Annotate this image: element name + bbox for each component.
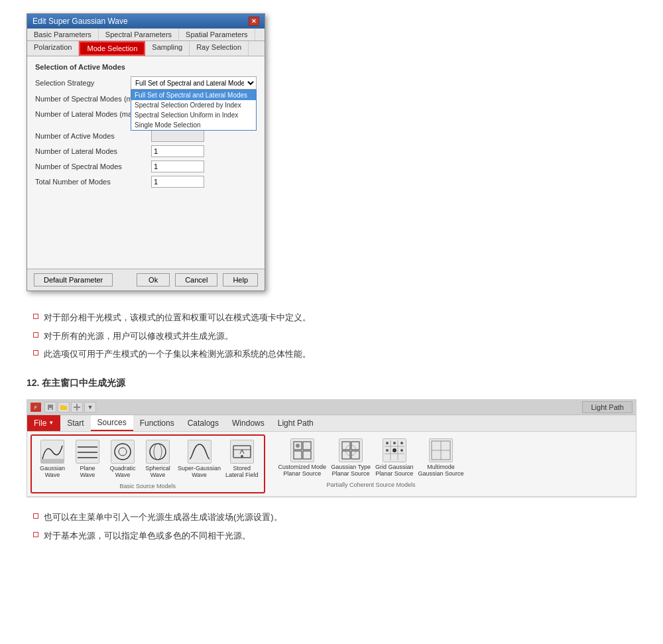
svg-point-44 bbox=[400, 442, 403, 444]
menu-sources[interactable]: Sources bbox=[91, 415, 133, 431]
multimode-gaussian-label: MultimodeGaussian Source bbox=[418, 464, 464, 478]
ribbon-bar: GaussianWave PlaneWave bbox=[27, 432, 636, 497]
quick-open-icon[interactable] bbox=[58, 402, 70, 413]
customized-mode-planar-button[interactable]: Customized ModePlanar Source bbox=[277, 437, 328, 480]
plane-wave-button[interactable]: PlaneWave bbox=[71, 438, 104, 481]
tab-sampling[interactable]: Sampling bbox=[145, 41, 190, 56]
customized-mode-planar-label: Customized ModePlanar Source bbox=[278, 464, 327, 478]
grid-gaussian-planar-button[interactable]: Grid GaussianPlanar Source bbox=[374, 437, 415, 480]
basic-source-models-label: Basic Source Models bbox=[120, 483, 176, 489]
tab-polarization[interactable]: Polarization bbox=[27, 41, 79, 56]
svg-point-42 bbox=[386, 442, 389, 444]
total-modes-input[interactable] bbox=[151, 176, 204, 188]
bullet-item-2: 此选项仅可用于产生模式的一个子集以来检测光源和系统的总体性能。 bbox=[33, 348, 636, 361]
dropdown-item-2[interactable]: Spectral Selection Uniform in Index bbox=[131, 110, 256, 120]
plane-wave-label: PlaneWave bbox=[80, 465, 95, 480]
svg-rect-25 bbox=[291, 439, 314, 462]
gaussian-wave-label: GaussianWave bbox=[40, 465, 65, 480]
tab-ray-selection[interactable]: Ray Selection bbox=[190, 41, 249, 56]
quick-settings-icon[interactable] bbox=[71, 402, 83, 413]
svg-point-45 bbox=[386, 449, 389, 452]
multimode-gaussian-button[interactable]: MultimodeGaussian Source bbox=[417, 437, 465, 480]
dialog-tabs-row1: Basic Parameters Spectral Parameters Spa… bbox=[27, 29, 265, 41]
default-parameter-button[interactable]: Default Parameter bbox=[34, 273, 113, 287]
section12-heading: 12. 在主窗口中生成光源 bbox=[27, 377, 636, 389]
help-button[interactable]: Help bbox=[223, 273, 258, 287]
active-modes-input[interactable] bbox=[151, 130, 204, 142]
quadratic-wave-button[interactable]: QuadraticWave bbox=[106, 438, 139, 481]
stored-lateral-field-button[interactable]: StoredLateral Field bbox=[224, 438, 260, 481]
dialog-title: Edit Super Gaussian Wave bbox=[32, 17, 128, 26]
ok-button[interactable]: Ok bbox=[137, 273, 170, 287]
dropdown-item-1[interactable]: Spectral Selection Ordered by Index bbox=[131, 100, 256, 110]
bullet-icon-1 bbox=[33, 332, 38, 338]
super-gaussian-wave-icon bbox=[188, 440, 211, 464]
dialog-close-button[interactable]: ✕ bbox=[249, 17, 259, 26]
bullet2-text-0: 也可以在主菜单中引入一个光源生成器生成谐波场(光源设置)。 bbox=[44, 511, 282, 524]
tab-spatial-parameters[interactable]: Spatial Parameters bbox=[179, 29, 255, 40]
ribbon-group-coherent: Customized ModePlanar Source bbox=[273, 434, 469, 494]
menu-windows[interactable]: Windows bbox=[225, 415, 271, 431]
svg-point-47 bbox=[400, 449, 403, 452]
menu-file-label: File bbox=[34, 419, 46, 428]
partially-coherent-label: Partially Coherent Source Models bbox=[327, 482, 416, 488]
dropdown-item-3[interactable]: Single Mode Selection bbox=[131, 120, 256, 130]
dropdown-item-0[interactable]: Full Set of Spectral and Lateral Modes bbox=[131, 90, 256, 100]
tab-basic-parameters[interactable]: Basic Parameters bbox=[27, 29, 99, 40]
spectral-modes-label: Number of Spectral Modes bbox=[35, 162, 151, 170]
edit-dialog: Edit Super Gaussian Wave ✕ Basic Paramet… bbox=[27, 13, 265, 291]
svg-rect-5 bbox=[60, 405, 64, 407]
bullet-text-1: 对于所有的光源，用户可以修改模式并生成光源。 bbox=[44, 330, 233, 343]
quadratic-wave-label: QuadraticWave bbox=[109, 465, 135, 480]
menu-functions[interactable]: Functions bbox=[133, 415, 181, 431]
customized-mode-planar-icon bbox=[290, 438, 314, 462]
menu-catalogs[interactable]: Catalogs bbox=[181, 415, 225, 431]
spectral-modes-input[interactable] bbox=[151, 161, 204, 172]
tab-mode-selection[interactable]: Mode Selection bbox=[79, 41, 145, 56]
lateral-modes-input[interactable] bbox=[151, 145, 204, 157]
bullet-section-1: 对于部分相干光模式，该模式的位置和权重可以在模式选项卡中定义。 对于所有的光源，… bbox=[27, 311, 636, 361]
bullet-icon-0 bbox=[33, 314, 38, 319]
menu-start[interactable]: Start bbox=[60, 415, 90, 431]
svg-rect-21 bbox=[231, 440, 253, 463]
selection-strategy-row: Selection Strategy Full Set of Spectral … bbox=[35, 76, 257, 90]
selection-strategy-label: Selection Strategy bbox=[35, 79, 131, 87]
svg-rect-20 bbox=[188, 440, 211, 463]
stored-lateral-field-icon bbox=[230, 440, 254, 464]
svg-rect-10 bbox=[76, 440, 99, 463]
grid-gaussian-planar-label: Grid GaussianPlanar Source bbox=[375, 464, 414, 478]
bullet2-text-1: 对于基本光源，可以指定单色或多色的不同相干光源。 bbox=[44, 529, 251, 543]
gaussian-type-planar-label: Gaussian TypePlanar Source bbox=[331, 464, 371, 478]
grid-gaussian-planar-icon bbox=[383, 438, 406, 462]
cancel-button[interactable]: Cancel bbox=[175, 273, 217, 287]
menu-light-path-label: Light Path bbox=[278, 419, 314, 428]
spherical-wave-label: SphericalWave bbox=[145, 465, 170, 480]
menu-bar: File ▼ Start Sources Functions Catalogs … bbox=[27, 415, 636, 432]
tab-spectral-parameters[interactable]: Spectral Parameters bbox=[99, 29, 179, 40]
super-gaussian-wave-button[interactable]: Super-GaussianWave bbox=[176, 438, 222, 481]
bullet-item-0: 对于部分相干光模式，该模式的位置和权重可以在模式选项卡中定义。 bbox=[33, 311, 636, 324]
quick-access-icons: ▼ bbox=[44, 402, 96, 413]
gaussian-type-planar-icon bbox=[339, 438, 363, 462]
lateral-modes-row: Number of Lateral Modes bbox=[35, 145, 257, 157]
active-modes-label: Number of Active Modes bbox=[35, 132, 151, 140]
menu-file[interactable]: File ▼ bbox=[27, 415, 60, 431]
spherical-wave-button[interactable]: SphericalWave bbox=[141, 438, 174, 481]
menu-light-path[interactable]: Light Path bbox=[271, 415, 320, 431]
menu-start-label: Start bbox=[67, 419, 84, 428]
dialog-footer: Default Parameter Ok Cancel Help bbox=[27, 269, 265, 290]
gaussian-wave-icon bbox=[40, 440, 64, 464]
selection-strategy-select[interactable]: Full Set of Spectral and Lateral Modes S… bbox=[131, 76, 257, 90]
quick-save-icon[interactable] bbox=[44, 402, 56, 413]
svg-rect-9 bbox=[41, 459, 64, 463]
dialog-tabs-row2: Polarization Mode Selection Sampling Ray… bbox=[27, 41, 265, 56]
section-title: Selection of Active Modes bbox=[35, 63, 257, 71]
gaussian-wave-button[interactable]: GaussianWave bbox=[36, 438, 69, 481]
gaussian-type-planar-button[interactable]: Gaussian TypePlanar Source bbox=[330, 437, 372, 480]
app-icon: F bbox=[30, 403, 41, 412]
quick-extra-icon[interactable]: ▼ bbox=[84, 402, 96, 413]
coherent-icons-row: Customized ModePlanar Source bbox=[277, 437, 465, 480]
selection-strategy-dropdown[interactable]: Full Set of Spectral and Lateral Modes S… bbox=[131, 76, 257, 90]
total-modes-row: Total Number of Modes bbox=[35, 176, 257, 188]
light-path-tab[interactable]: Light Path bbox=[582, 401, 633, 413]
